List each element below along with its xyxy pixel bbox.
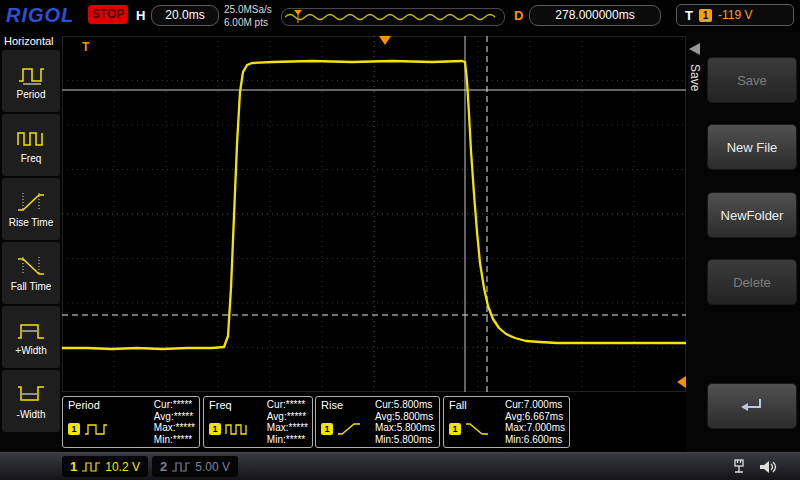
- menu-tab-label: Save: [688, 64, 702, 91]
- neg-width-icon: [16, 383, 46, 405]
- measurement-values: Cur:***** Avg:***** Max:***** Min:*****: [267, 399, 308, 445]
- trigger-source-badge: 1: [699, 9, 712, 22]
- cur-value: Cur:5.800ms: [375, 399, 435, 411]
- avg-value: Avg:*****: [154, 411, 195, 423]
- sidebar-item-pos-width[interactable]: +Width: [2, 306, 60, 368]
- sidebar-item-label: Freq: [21, 153, 42, 164]
- enter-arrow-icon: [738, 396, 766, 416]
- new-file-button[interactable]: New File: [708, 125, 796, 169]
- sidebar-item-period[interactable]: Period: [2, 50, 60, 112]
- avg-value: Avg:*****: [267, 411, 308, 423]
- speaker-icon: [757, 458, 779, 476]
- measurement-readouts: Period 1 Cur:***** Avg:***** Max:***** M…: [62, 396, 686, 450]
- channel-2-indicator[interactable]: 2 5.00 V: [152, 456, 238, 477]
- top-status-bar: RIGOL STOP H 20.0ms 25.0MSa/s 6.00M pts …: [0, 0, 800, 32]
- sidebar-item-label: +Width: [15, 345, 46, 356]
- measurement-name: Fall: [449, 399, 467, 411]
- run-state-badge: STOP: [88, 5, 128, 24]
- trigger-level-marker-icon[interactable]: [677, 376, 686, 388]
- measurement-name: Period: [68, 399, 100, 411]
- cur-value: Cur:*****: [267, 399, 308, 411]
- min-value: Min:*****: [154, 434, 195, 446]
- trigger-readout: T 1 -119 V: [676, 4, 794, 26]
- sidebar-item-fall-time[interactable]: Fall Time: [2, 242, 60, 304]
- measurement-source: 1: [449, 421, 490, 437]
- channel-scale: 10.2 V: [105, 460, 140, 474]
- save-button[interactable]: Save: [708, 58, 796, 102]
- channel-badge: 1: [209, 423, 221, 435]
- period-glyph-icon: [83, 421, 109, 437]
- sample-rate: 25.0MSa/s: [224, 3, 272, 16]
- measurement-box-freq: Freq 1 Cur:***** Avg:***** Max:***** Min…: [203, 396, 313, 448]
- trigger-position-marker-icon[interactable]: [379, 36, 391, 45]
- delay-readout: 278.000000ms: [529, 5, 661, 26]
- max-value: Max:7.000ms: [505, 422, 565, 434]
- sidebar-title: Horizontal: [0, 32, 62, 48]
- measurement-box-fall: Fall 1 Cur:7.000ms Avg:6.667ms Max:7.000…: [443, 396, 570, 448]
- delete-button[interactable]: Delete: [708, 260, 796, 304]
- sidebar-item-label: Fall Time: [11, 281, 52, 292]
- trigger-label: T: [685, 8, 693, 23]
- channel-badge: 1: [321, 423, 333, 435]
- channel-number: 2: [160, 459, 167, 474]
- fall-glyph-icon: [464, 421, 490, 437]
- measurement-box-period: Period 1 Cur:***** Avg:***** Max:***** M…: [62, 396, 200, 448]
- menu-back-arrow-icon: [688, 42, 702, 56]
- pos-width-icon: [16, 319, 46, 341]
- freq-icon: [16, 127, 46, 149]
- channel-number: 1: [70, 459, 77, 474]
- measurement-values: Cur:5.800ms Avg:5.800ms Max:5.800ms Min:…: [375, 399, 435, 445]
- preview-waveform-icon: [282, 9, 502, 25]
- measurement-box-rise: Rise 1 Cur:5.800ms Avg:5.800ms Max:5.800…: [315, 396, 440, 448]
- min-value: Min:*****: [267, 434, 308, 446]
- rise-glyph-icon: [336, 421, 362, 437]
- channel-wave-icon: [81, 460, 101, 474]
- horizontal-label: H: [136, 8, 145, 23]
- acquisition-info: 25.0MSa/s 6.00M pts: [224, 3, 272, 29]
- trigger-level-value: -119 V: [718, 8, 752, 22]
- rigol-logo: RIGOL: [6, 4, 74, 27]
- rise-time-icon: [16, 191, 46, 213]
- enter-button[interactable]: [708, 384, 796, 428]
- cur-value: Cur:*****: [154, 399, 195, 411]
- sidebar-item-rise-time[interactable]: Rise Time: [2, 178, 60, 240]
- channel-badge: 1: [449, 423, 461, 435]
- max-value: Max:*****: [154, 422, 195, 434]
- save-menu: Save Save New File NewFolder Delete: [686, 32, 800, 452]
- min-value: Min:5.800ms: [375, 434, 435, 446]
- measurement-values: Cur:7.000ms Avg:6.667ms Max:7.000ms Min:…: [505, 399, 565, 445]
- new-folder-button[interactable]: NewFolder: [708, 193, 796, 237]
- channel-badge: 1: [68, 423, 80, 435]
- freq-glyph-icon: [224, 421, 250, 437]
- measurement-values: Cur:***** Avg:***** Max:***** Min:*****: [154, 399, 195, 445]
- max-value: Max:*****: [267, 422, 308, 434]
- cur-value: Cur:7.000ms: [505, 399, 565, 411]
- avg-value: Avg:6.667ms: [505, 411, 565, 423]
- memory-depth: 6.00M pts: [224, 16, 272, 29]
- sidebar-item-neg-width[interactable]: -Width: [2, 370, 60, 432]
- sidebar-item-freq[interactable]: Freq: [2, 114, 60, 176]
- channel-wave-icon: [171, 460, 191, 474]
- fall-time-icon: [16, 255, 46, 277]
- min-value: Min:6.600ms: [505, 434, 565, 446]
- graticule-and-trace: [62, 36, 686, 392]
- measurement-name: Rise: [321, 399, 343, 411]
- sidebar-item-label: -Width: [17, 409, 46, 420]
- delay-label: D: [514, 8, 523, 23]
- measurement-source: 1: [209, 421, 250, 437]
- channel-1-indicator[interactable]: 1 10.2 V: [62, 456, 148, 477]
- sidebar-item-label: Period: [17, 89, 46, 100]
- measurement-source: 1: [68, 421, 109, 437]
- measurement-name: Freq: [209, 399, 232, 411]
- scope-display: T: [62, 36, 686, 392]
- timebase-readout: 20.0ms: [151, 5, 219, 26]
- waveform-preview-bar: [281, 8, 505, 26]
- bottom-status-bar: 1 10.2 V 2 5.00 V: [0, 452, 800, 480]
- max-value: Max:5.800ms: [375, 422, 435, 434]
- channel-scale: 5.00 V: [195, 460, 230, 474]
- period-icon: [16, 63, 46, 85]
- trigger-corner-label: T: [82, 40, 89, 54]
- avg-value: Avg:5.800ms: [375, 411, 435, 423]
- measurement-sidebar: Horizontal Period Freq Rise Time Fall Ti…: [0, 32, 62, 452]
- usb-icon: [730, 458, 750, 476]
